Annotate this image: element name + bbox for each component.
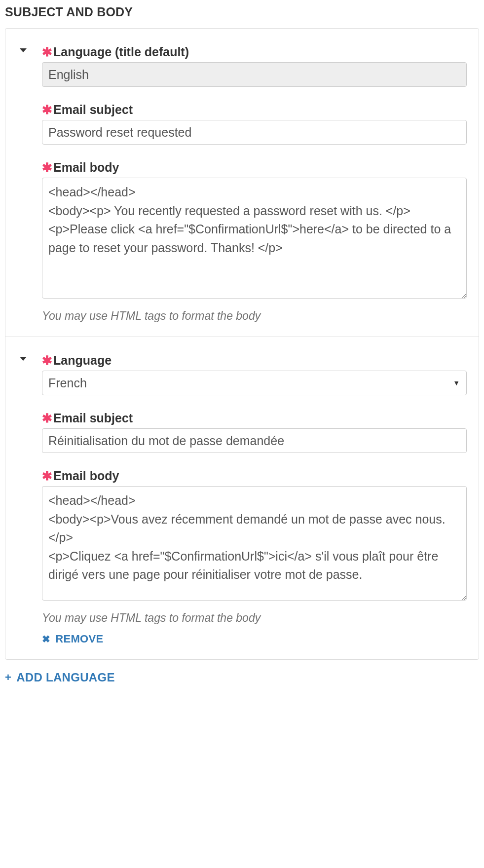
add-language-button[interactable]: + ADD LANGUAGE — [5, 671, 115, 684]
required-star-icon: ✱ — [42, 160, 52, 174]
chevron-down-icon[interactable] — [17, 44, 29, 59]
subject-input[interactable] — [42, 120, 467, 145]
language-label: ✱Language (title default) — [42, 45, 467, 59]
language-label-text: Language (title default) — [53, 45, 189, 59]
required-star-icon: ✱ — [42, 353, 52, 367]
close-icon: ✖ — [42, 633, 50, 645]
subject-input[interactable] — [42, 428, 467, 453]
languages-panel: ✱Language (title default) ✱Email subject… — [5, 28, 479, 660]
body-field: ✱Email body You may use HTML tags to for… — [42, 469, 467, 645]
body-label-text: Email body — [53, 160, 119, 174]
subject-field: ✱Email subject — [42, 103, 467, 145]
language-select[interactable]: French — [42, 371, 467, 395]
language-field: ✱Language (title default) — [42, 45, 467, 87]
body-field: ✱Email body You may use HTML tags to for… — [42, 160, 467, 323]
add-language-label: ADD LANGUAGE — [16, 671, 115, 684]
subject-field: ✱Email subject — [42, 411, 467, 453]
body-label: ✱Email body — [42, 160, 467, 175]
language-label-text: Language — [53, 353, 112, 367]
language-block: ✱Language French ▼ ✱Email subject — [5, 337, 479, 659]
required-star-icon: ✱ — [42, 45, 52, 59]
remove-button[interactable]: ✖ REMOVE — [42, 633, 103, 645]
required-star-icon: ✱ — [42, 411, 52, 425]
required-star-icon: ✱ — [42, 103, 52, 116]
body-label: ✱Email body — [42, 469, 467, 483]
language-field: ✱Language French ▼ — [42, 353, 467, 395]
section-heading: SUBJECT AND BODY — [5, 5, 479, 19]
language-input — [42, 62, 467, 87]
subject-label: ✱Email subject — [42, 103, 467, 117]
body-help-text: You may use HTML tags to format the body — [42, 309, 467, 323]
subject-label: ✱Email subject — [42, 411, 467, 425]
body-textarea[interactable] — [42, 486, 467, 601]
plus-icon: + — [5, 671, 11, 684]
chevron-down-icon[interactable] — [17, 353, 29, 368]
language-block: ✱Language (title default) ✱Email subject… — [5, 29, 479, 337]
subject-label-text: Email subject — [53, 103, 133, 116]
remove-label: REMOVE — [55, 633, 103, 645]
subject-label-text: Email subject — [53, 411, 133, 425]
required-star-icon: ✱ — [42, 469, 52, 483]
body-help-text: You may use HTML tags to format the body — [42, 611, 467, 625]
body-textarea[interactable] — [42, 178, 467, 299]
language-label: ✱Language — [42, 353, 467, 368]
body-label-text: Email body — [53, 469, 119, 483]
